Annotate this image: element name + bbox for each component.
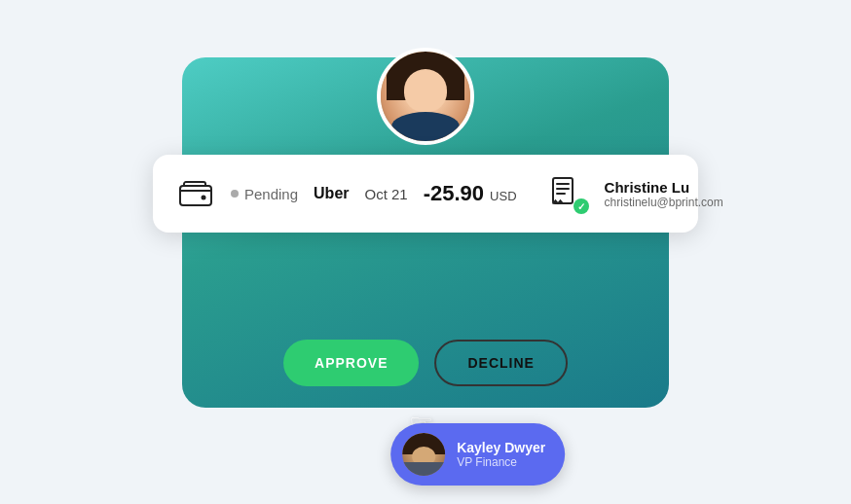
decline-button[interactable]: DECLINE [435, 340, 568, 386]
teal-card: APPROVE DECLINE ☞ [182, 57, 669, 408]
svg-rect-2 [553, 178, 573, 203]
svg-point-1 [202, 196, 206, 200]
bottom-user-info: Kayley Dwyer VP Finance [457, 440, 545, 469]
merchant-name: Uber [314, 185, 349, 202]
status-dot [231, 190, 239, 198]
avatar [377, 48, 474, 145]
avatar-image [381, 52, 470, 141]
bottom-user-name: Kayley Dwyer [457, 440, 545, 455]
transaction-date: Oct 21 [365, 186, 408, 202]
approver-info: Christine Lu christinelu@bprint.com [605, 179, 723, 209]
wallet-icon [176, 174, 215, 213]
transaction-amount: -25.90 [424, 181, 484, 206]
svg-rect-0 [180, 186, 211, 205]
transaction-card: Pending Uber Oct 21 -25.90 USD Christine… [153, 155, 698, 233]
bottom-user-avatar [402, 433, 445, 476]
approve-button[interactable]: APPROVE [283, 340, 419, 386]
bottom-user-card: Kayley Dwyer VP Finance [390, 423, 565, 486]
transaction-status: Pending [231, 186, 298, 202]
bottom-user-title: VP Finance [457, 455, 545, 469]
check-badge [574, 198, 589, 214]
approver-name: Christine Lu [605, 179, 723, 196]
transaction-currency: USD [490, 189, 516, 203]
action-buttons: APPROVE DECLINE [283, 340, 568, 386]
main-scene: APPROVE DECLINE ☞ Pending Uber Oct 21 [124, 28, 727, 476]
status-label: Pending [244, 186, 298, 202]
transaction-amount-group: -25.90 USD [424, 181, 517, 206]
approver-email: christinelu@bprint.com [605, 196, 723, 209]
receipt-icon [548, 175, 585, 212]
